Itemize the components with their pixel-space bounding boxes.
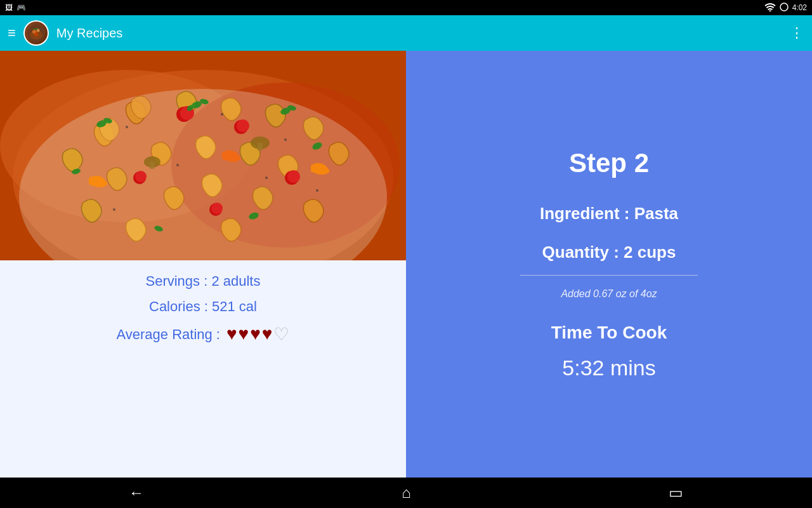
svg-point-18 — [135, 171, 147, 182]
bottom-nav: ← ⌂ ▭ — [0, 478, 812, 508]
rating-row: Average Rating : ♥ ♥ ♥ ♥ ♡ — [13, 324, 393, 345]
heart-5: ♡ — [273, 324, 289, 345]
heart-1: ♥ — [226, 324, 237, 345]
battery-icon — [780, 3, 789, 13]
app-bar: ≡ My Recipes ⋮ — [0, 15, 812, 51]
status-bar-right: 4:02 — [764, 3, 807, 13]
svg-point-38 — [265, 177, 268, 179]
time-display: 4:02 — [792, 3, 807, 12]
ingredient-label: Ingredient : Pasta — [540, 204, 678, 224]
calories-info: Calories : 521 cal — [13, 298, 393, 315]
logo-image — [25, 22, 48, 44]
rating-label: Average Rating : — [117, 326, 220, 343]
svg-point-39 — [113, 208, 115, 211]
wifi-icon — [764, 3, 776, 13]
svg-point-37 — [176, 164, 179, 166]
app-logo — [23, 20, 49, 46]
main-content: Servings : 2 adults Calories : 521 cal A… — [0, 51, 812, 478]
svg-rect-42 — [258, 143, 263, 150]
svg-point-6 — [34, 32, 38, 36]
gamepad-icon: 🎮 — [16, 3, 26, 12]
home-button[interactable]: ⌂ — [389, 479, 424, 507]
added-text: Added 0.67 oz of 4oz — [561, 288, 657, 300]
heart-2: ♥ — [239, 324, 249, 345]
svg-point-36 — [284, 138, 287, 141]
app-title: My Recipes — [56, 26, 122, 41]
svg-point-40 — [316, 189, 318, 192]
divider — [520, 275, 698, 276]
quantity-label: Quantity : 2 cups — [542, 243, 676, 262]
heart-4: ♥ — [262, 324, 273, 345]
right-panel: Step 2 Ingredient : Pasta Quantity : 2 c… — [406, 51, 812, 478]
left-panel: Servings : 2 adults Calories : 521 cal A… — [0, 51, 406, 478]
svg-point-35 — [221, 113, 223, 116]
svg-point-20 — [287, 170, 300, 183]
svg-point-1 — [780, 3, 788, 11]
heart-3: ♥ — [250, 324, 261, 345]
more-options-button[interactable]: ⋮ — [790, 25, 804, 41]
time-to-cook-label: Time To Cook — [551, 323, 667, 343]
menu-button[interactable]: ≡ — [8, 25, 16, 41]
recents-button[interactable]: ▭ — [656, 479, 696, 507]
recipe-image — [0, 51, 406, 260]
screenshot-icon: 🖼 — [5, 3, 13, 12]
app-bar-left: ≡ My Recipes — [8, 20, 122, 46]
time-value: 5:32 mins — [562, 356, 655, 380]
status-bar: 🖼 🎮 4:02 — [0, 0, 812, 15]
step-title: Step 2 — [569, 148, 649, 178]
svg-point-5 — [36, 29, 39, 32]
svg-point-34 — [126, 126, 128, 128]
svg-point-22 — [211, 203, 223, 214]
rating-hearts: ♥ ♥ ♥ ♥ ♡ — [226, 324, 290, 345]
status-bar-left: 🖼 🎮 — [5, 3, 26, 12]
svg-point-0 — [769, 10, 771, 11]
back-button[interactable]: ← — [116, 479, 157, 507]
svg-rect-44 — [150, 162, 154, 169]
servings-info: Servings : 2 adults — [13, 273, 393, 290]
svg-point-16 — [237, 119, 249, 132]
recipe-info: Servings : 2 adults Calories : 521 cal A… — [0, 260, 406, 478]
